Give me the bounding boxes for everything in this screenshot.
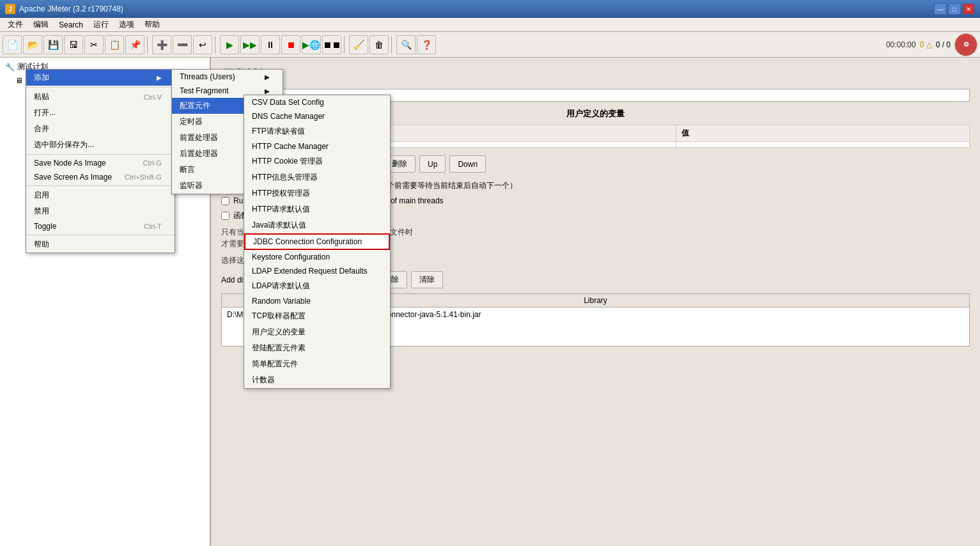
workbench-icon: 🖥 [15,76,23,85]
cfg-jdbc[interactable]: JDBC Connection Configuration [244,233,390,250]
add-button[interactable]: ➕ [152,35,171,54]
cfg-counter[interactable]: 计数器 [244,372,390,388]
help-button[interactable]: ❓ [417,35,436,54]
stop-button[interactable]: ⏹ [281,35,300,54]
cm-add[interactable]: 添加 ▶ [26,70,175,86]
cut-button[interactable]: ✂ [84,35,104,54]
panel-title: 测试计划 [221,68,970,81]
cfg-tcp[interactable]: TCP取样器配置 [244,308,390,324]
undo-button[interactable]: ↩ [193,35,212,54]
save-all-button[interactable]: 🖫 [64,35,83,54]
cm-paste[interactable]: 粘贴 Ctrl-V [26,89,175,105]
clear-classpath-button[interactable]: 清除 [411,271,443,288]
stop-all-button[interactable]: ⏹⏹ [322,35,341,54]
toolbar: 📄 📂 💾 🖫 ✂ 📋 📌 ➕ ➖ ↩ ▶ ▶▶ ⏸ ⏹ ▶🌐 ⏹⏹ 🧹 🗑 🔍… [0,32,980,58]
menu-options[interactable]: 选项 [114,19,139,31]
paste-button[interactable]: 📌 [125,35,144,54]
copy-button[interactable]: 📋 [105,35,124,54]
start-button[interactable]: ▶ [220,35,239,54]
cm-toggle[interactable]: Toggle Ctrl-T [26,219,175,233]
maximize-button[interactable]: □ [948,3,961,15]
cfg-keystore[interactable]: Keystore Configuration [244,250,390,264]
window-title: Apache JMeter (3.2 r1790748) [19,4,123,13]
cm-merge[interactable]: 合并 [26,121,175,137]
sub-threads[interactable]: Threads (Users) ▶ [172,70,283,84]
col-value: 值 [676,125,970,142]
cfg-login[interactable]: 登陆配置元件素 [244,340,390,356]
window-controls[interactable]: — □ ✕ [934,3,975,15]
cfg-user-vars[interactable]: 用户定义的变量 [244,324,390,340]
cfg-java-defaults[interactable]: Java请求默认值 [244,217,390,233]
separator-2 [215,36,217,54]
warning-display: 0 △ [920,40,932,49]
clear-all-button[interactable]: 🗑 [369,35,389,54]
config-submenu[interactable]: CSV Data Set Config DNS Cache Manager FT… [244,95,391,389]
toolbar-right: 00:00:00 0 △ 0 / 0 ⚙ [886,33,977,56]
cm-save-part[interactable]: 选中部分保存为... [26,137,175,153]
menu-help[interactable]: 帮助 [139,19,165,31]
app-icon: J [5,4,15,14]
pause-button[interactable]: ⏸ [261,35,280,54]
cfg-http-cookie[interactable]: HTTP Cookie 管理器 [244,153,390,169]
menu-edit[interactable]: 编辑 [28,19,54,31]
cfg-random[interactable]: Random Variable [244,294,390,308]
main-context-menu[interactable]: 添加 ▶ 粘贴 Ctrl-V 打开... 合并 选中部分保存为... Save … [26,69,175,253]
new-button[interactable]: 📄 [3,35,22,54]
down-button[interactable]: Down [449,155,486,173]
counter-display: 0 / 0 [936,40,951,49]
cfg-ftp[interactable]: FTP请求缺省值 [244,123,390,139]
menu-bar: 文件 编辑 Search 运行 选项 帮助 [0,18,980,32]
cm-help[interactable]: 帮助 [26,237,175,253]
minimize-button[interactable]: — [934,3,947,15]
menu-file[interactable]: 文件 [3,19,28,31]
search-button[interactable]: 🔍 [396,35,416,54]
timer-display: 00:00:00 [886,40,916,49]
cm-disable[interactable]: 禁用 [26,203,175,219]
cm-sep-4 [26,235,175,235]
separator-1 [147,36,150,54]
close-button[interactable]: ✕ [962,3,975,15]
cm-open[interactable]: 打开... [26,105,175,121]
menu-search[interactable]: Search [54,19,88,31]
menu-run[interactable]: 运行 [88,19,114,31]
cfg-http-header[interactable]: HTTP信息头管理器 [244,169,390,185]
cfg-csv[interactable]: CSV Data Set Config [244,95,390,109]
title-bar: J Apache JMeter (3.2 r1790748) — □ ✕ [0,0,980,18]
open-button[interactable]: 📂 [23,35,42,54]
checkbox-3[interactable] [221,212,229,220]
cm-sep-2 [26,154,175,155]
save-button[interactable]: 💾 [43,35,63,54]
cfg-http-auth[interactable]: HTTP授权管理器 [244,185,390,201]
cfg-ldap-defaults[interactable]: LDAP请求默认值 [244,278,390,294]
testplan-icon: 🔧 [5,63,15,72]
remove-button[interactable]: ➖ [173,35,192,54]
separator-4 [391,36,394,54]
cm-save-node-image[interactable]: Save Node As Image Ctrl-G [26,156,175,170]
cm-enable[interactable]: 启用 [26,187,175,203]
cm-sep-3 [26,185,175,186]
logo-button: ⚙ [954,33,977,56]
clear-button[interactable]: 🧹 [349,35,368,54]
separator-3 [344,36,346,54]
cfg-simple[interactable]: 简单配置元件 [244,356,390,372]
checkbox-2[interactable] [221,197,229,205]
cfg-ldap-extended[interactable]: LDAP Extended Request Defaults [244,264,390,278]
cfg-dns[interactable]: DNS Cache Manager [244,109,390,123]
cm-save-screen-image[interactable]: Save Screen As Image Ctrl+Shift-G [26,170,175,184]
cm-sep-1 [26,87,175,88]
up-button[interactable]: Up [419,155,446,173]
cfg-http-defaults[interactable]: HTTP请求默认值 [244,201,390,217]
start-remote-button[interactable]: ▶🌐 [302,35,321,54]
cfg-http-cache[interactable]: HTTP Cache Manager [244,139,390,153]
start-no-pause-button[interactable]: ▶▶ [240,35,260,54]
